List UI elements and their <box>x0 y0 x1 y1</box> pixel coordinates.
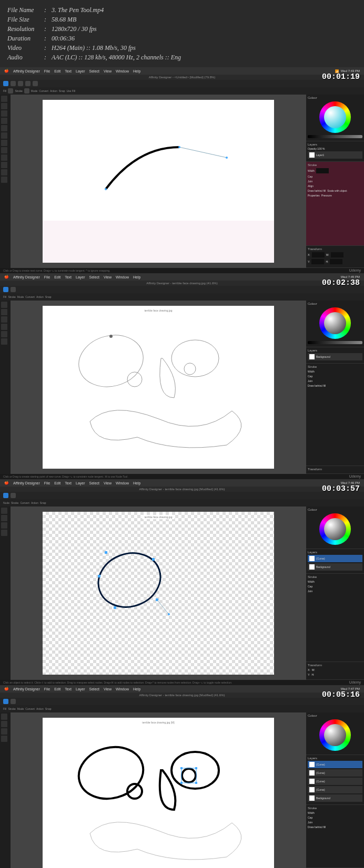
anchor-node[interactable] <box>152 558 155 561</box>
shape-tool-icon[interactable] <box>1 324 7 330</box>
layer-item-background[interactable]: Background <box>308 794 362 802</box>
stroke-swatch[interactable] <box>24 88 29 94</box>
menu-select[interactable]: Select <box>89 69 99 73</box>
menu-layer[interactable]: Layer <box>76 687 85 691</box>
menu-text[interactable]: Text <box>65 687 72 691</box>
menu-file[interactable]: File <box>44 275 50 279</box>
canvas-viewport[interactable] <box>11 95 306 268</box>
h-input[interactable] <box>330 259 342 264</box>
selection-handle[interactable] <box>195 767 197 769</box>
pixel-persona-icon[interactable] <box>11 493 16 498</box>
bezier-handle[interactable] <box>157 600 169 614</box>
document-canvas[interactable]: terrible face drawing.jpg <box>43 306 274 469</box>
node-tool-icon[interactable] <box>1 515 7 521</box>
menu-text[interactable]: Text <box>65 275 72 279</box>
drawn-curve[interactable] <box>106 147 179 189</box>
menu-window[interactable]: Window <box>116 481 129 485</box>
colour-wheel[interactable] <box>319 513 351 545</box>
colour-wheel[interactable] <box>319 101 351 133</box>
move-tool-icon[interactable] <box>1 302 7 308</box>
menu-edit[interactable]: Edit <box>54 275 60 279</box>
menu-edit[interactable]: Edit <box>54 481 60 485</box>
anchor-node[interactable] <box>98 575 100 577</box>
layer-item[interactable]: Background <box>308 353 362 360</box>
export-persona-icon[interactable] <box>18 81 23 86</box>
layer-item-curve[interactable]: (Curve) <box>308 761 362 768</box>
move-tool-icon[interactable] <box>1 714 7 720</box>
bezier-handle[interactable] <box>179 147 227 158</box>
layer-item-background[interactable]: Background <box>308 563 362 571</box>
menu-layer[interactable]: Layer <box>76 275 85 279</box>
traced-eye-curve[interactable] <box>91 544 168 615</box>
move-tool-icon[interactable] <box>1 96 7 102</box>
fill-swatch[interactable] <box>8 88 13 94</box>
menu-edit[interactable]: Edit <box>54 69 60 73</box>
layer-item-curve[interactable]: (Curve) <box>308 769 362 777</box>
menu-file[interactable]: File <box>44 69 50 73</box>
menu-view[interactable]: View <box>104 481 112 485</box>
y-input[interactable] <box>311 259 324 264</box>
zoom-tool-icon[interactable] <box>1 169 7 175</box>
pen-tool-icon[interactable] <box>1 728 7 735</box>
shape-tool-icon[interactable] <box>1 147 7 153</box>
document-canvas[interactable] <box>43 100 274 263</box>
menu-view[interactable]: View <box>104 69 112 73</box>
fill-tool-icon[interactable] <box>1 132 7 139</box>
layer-item-curve[interactable]: (Curve) <box>308 555 362 562</box>
shape-tool-icon[interactable] <box>1 736 7 742</box>
layer-item[interactable]: Layer1 <box>308 151 362 159</box>
document-canvas[interactable]: terrible face drawing.jpg [M] <box>43 718 274 868</box>
menu-edit[interactable]: Edit <box>54 687 60 691</box>
color-picker-icon[interactable] <box>1 177 7 183</box>
menu-select[interactable]: Select <box>89 687 99 691</box>
designer-persona-icon[interactable] <box>3 699 8 704</box>
handle-point[interactable] <box>168 613 170 615</box>
node-tool-icon[interactable] <box>1 103 7 109</box>
canvas-viewport[interactable]: terrible face drawing.jpg <box>11 301 306 474</box>
menu-select[interactable]: Select <box>89 481 99 485</box>
brush-tool-icon[interactable] <box>1 125 7 131</box>
opacity-slider[interactable] <box>308 341 362 344</box>
menu-text[interactable]: Text <box>65 69 72 73</box>
menu-layer[interactable]: Layer <box>76 481 85 485</box>
menu-view[interactable]: View <box>104 687 112 691</box>
toolbar-button[interactable] <box>25 81 31 86</box>
apple-icon[interactable]: 🍎 <box>4 275 9 279</box>
menu-help[interactable]: Help <box>133 687 140 691</box>
x-input[interactable] <box>312 252 325 257</box>
menu-window[interactable]: Window <box>116 275 129 279</box>
apple-icon[interactable]: 🍎 <box>4 69 9 73</box>
menu-select[interactable]: Select <box>89 275 99 279</box>
node-tool-icon[interactable] <box>1 721 7 727</box>
pen-tool-icon[interactable] <box>1 110 7 117</box>
node-tool-icon[interactable] <box>1 309 7 315</box>
app-name[interactable]: Affinity Designer <box>13 275 40 279</box>
app-name[interactable]: Affinity Designer <box>13 687 40 691</box>
pencil-tool-icon[interactable] <box>1 118 7 124</box>
pixel-persona-icon[interactable] <box>11 287 16 292</box>
shape-tool-icon[interactable] <box>1 530 7 536</box>
designer-persona-icon[interactable] <box>3 287 8 292</box>
stroke-width-input[interactable] <box>316 168 329 173</box>
move-tool-icon[interactable] <box>1 508 7 514</box>
hand-tool-icon[interactable] <box>1 338 7 345</box>
pixel-persona-icon[interactable] <box>11 699 16 704</box>
text-tool-icon[interactable] <box>1 331 7 337</box>
menu-file[interactable]: File <box>44 481 50 485</box>
canvas-viewport[interactable]: terrible face drawing.jpg <box>11 507 306 680</box>
w-input[interactable] <box>331 252 343 257</box>
designer-persona-icon[interactable] <box>3 493 8 498</box>
selection-handle[interactable] <box>180 767 183 769</box>
menu-layer[interactable]: Layer <box>76 69 85 73</box>
text-tool-icon[interactable] <box>1 154 7 161</box>
anchor-node[interactable] <box>105 551 107 554</box>
canvas-viewport[interactable]: terrible face drawing.jpg [M] <box>11 712 306 868</box>
menu-view[interactable]: View <box>104 275 112 279</box>
colour-wheel[interactable] <box>319 307 351 339</box>
layer-item-curve[interactable]: (Curve) <box>308 778 362 785</box>
selection-handle[interactable] <box>180 782 183 784</box>
anchor-node[interactable] <box>114 606 116 609</box>
menu-window[interactable]: Window <box>116 69 129 73</box>
toolbar-button[interactable] <box>33 81 38 86</box>
apple-icon[interactable]: 🍎 <box>4 481 9 485</box>
